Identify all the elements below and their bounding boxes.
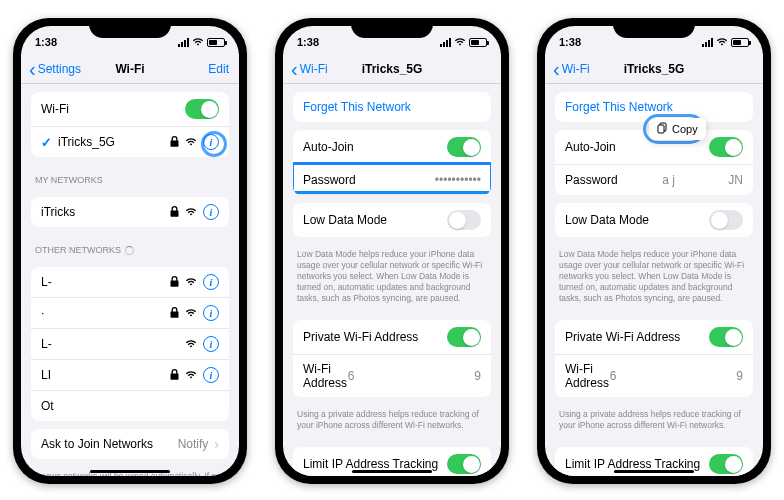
status-time: 1:38 [559,36,581,48]
info-button[interactable]: i [203,274,219,290]
wifi-toggle-row: Wi-Fi [31,92,229,127]
network-row[interactable]: L-i [31,329,229,360]
forget-network-button[interactable]: Forget This Network [293,92,491,122]
private-address-toggle[interactable] [447,327,481,347]
nav-bar: Wi-Fi iTricks_5G [545,54,763,84]
auto-join-label: Auto-Join [303,140,354,154]
network-row[interactable]: LIi [31,360,229,391]
battery-icon [469,38,487,47]
wifi-status-icon [716,36,728,48]
info-button[interactable]: i [203,367,219,383]
private-address-row: Private Wi-Fi Address [555,320,753,355]
auto-join-row: Auto-Join [293,130,491,165]
password-row[interactable]: Password a j JN [555,165,753,195]
copy-label: Copy [672,123,698,135]
low-data-row: Low Data Mode [293,203,491,237]
notch [613,18,695,38]
content[interactable]: Forget This Network Copy Auto-Join Passw… [545,84,763,476]
home-indicator[interactable] [352,470,432,473]
home-indicator[interactable] [614,470,694,473]
info-button[interactable]: i [203,134,219,150]
password-label: Password [565,173,618,187]
wifi-address-label: Wi-Fi Address [565,362,610,390]
notch [351,18,433,38]
lock-icon [170,369,179,382]
wifi-address-value: 6 9 [348,369,481,383]
edit-button[interactable]: Edit [208,62,229,76]
low-data-toggle[interactable] [709,210,743,230]
screen-1: 1:38 Settings Wi-Fi Edit Wi-Fi [21,26,239,476]
auto-join-label: Auto-Join [565,140,616,154]
low-data-note: Low Data Mode helps reduce your iPhone d… [283,245,501,312]
copy-icon [657,122,668,136]
wifi-icon [185,207,197,218]
wifi-toggle[interactable] [185,99,219,119]
low-data-label: Low Data Mode [565,213,649,227]
content[interactable]: Forget This Network Auto-Join Password •… [283,84,501,476]
private-address-label: Private Wi-Fi Address [303,330,418,344]
nav-bar: Wi-Fi iTricks_5G [283,54,501,84]
ask-value: Notify [178,437,209,451]
spinner-icon [125,246,134,255]
network-row[interactable]: ·i [31,298,229,329]
other-networks-list: L-i ·i L-i LIi Ot [31,267,229,421]
screen-2: 1:38 Wi-Fi iTricks_5G Forget This Networ… [283,26,501,476]
content[interactable]: Wi-Fi ✓ iTricks_5G i [21,84,239,476]
low-data-toggle[interactable] [447,210,481,230]
status-time: 1:38 [35,36,57,48]
screen-3: 1:38 Wi-Fi iTricks_5G Forget This Networ… [545,26,763,476]
info-button[interactable]: i [203,305,219,321]
private-address-label: Private Wi-Fi Address [565,330,680,344]
auto-join-toggle[interactable] [709,137,743,157]
limit-tracking-toggle[interactable] [447,454,481,474]
wifi-toggle-label: Wi-Fi [41,102,69,116]
copy-popover[interactable]: Copy [649,118,706,140]
lock-icon [170,136,179,149]
battery-icon [207,38,225,47]
network-row-itricks[interactable]: iTricks i [31,197,229,227]
lock-icon [170,206,179,219]
wifi-address-label: Wi-Fi Address [303,362,348,390]
wifi-icon [185,277,197,288]
back-button[interactable]: Wi-Fi [291,62,328,76]
wifi-address-value: 6 9 [610,369,743,383]
private-address-note: Using a private address helps reduce tra… [545,405,763,439]
svg-rect-1 [658,125,664,133]
page-title: iTricks_5G [362,62,423,76]
private-address-toggle[interactable] [709,327,743,347]
connected-network-row[interactable]: ✓ iTricks_5G i [31,127,229,157]
signal-icon [440,38,451,47]
wifi-icon [185,308,197,319]
password-row[interactable]: Password ••••••••••• [293,165,491,195]
network-row[interactable]: Ot [31,391,229,421]
page-title: iTricks_5G [624,62,685,76]
wifi-address-row: Wi-Fi Address 6 9 [555,355,753,397]
checkmark-icon: ✓ [41,135,52,150]
info-button[interactable]: i [203,336,219,352]
password-value: a j JN [662,173,743,187]
signal-icon [702,38,713,47]
home-indicator[interactable] [90,470,170,473]
ask-label: Ask to Join Networks [41,437,153,451]
wifi-address-row: Wi-Fi Address 6 9 [293,355,491,397]
network-name: iTricks [41,205,75,219]
ask-to-join-row[interactable]: Ask to Join Networks Notify› [31,429,229,459]
limit-tracking-toggle[interactable] [709,454,743,474]
phone-frame-2: 1:38 Wi-Fi iTricks_5G Forget This Networ… [275,18,509,484]
phone-frame-1: 1:38 Settings Wi-Fi Edit Wi-Fi [13,18,247,484]
notch [89,18,171,38]
auto-join-toggle[interactable] [447,137,481,157]
lock-icon [170,276,179,289]
network-row[interactable]: L-i [31,267,229,298]
low-data-note: Low Data Mode helps reduce your iPhone d… [545,245,763,312]
other-networks-header: OTHER NETWORKS [21,235,239,259]
password-value: ••••••••••• [435,173,481,187]
signal-icon [178,38,189,47]
my-networks-header: MY NETWORKS [21,165,239,189]
back-button[interactable]: Settings [29,62,81,76]
lock-icon [170,307,179,320]
low-data-row: Low Data Mode [555,203,753,237]
connected-network-name: iTricks_5G [58,135,115,149]
back-button[interactable]: Wi-Fi [553,62,590,76]
info-button[interactable]: i [203,204,219,220]
